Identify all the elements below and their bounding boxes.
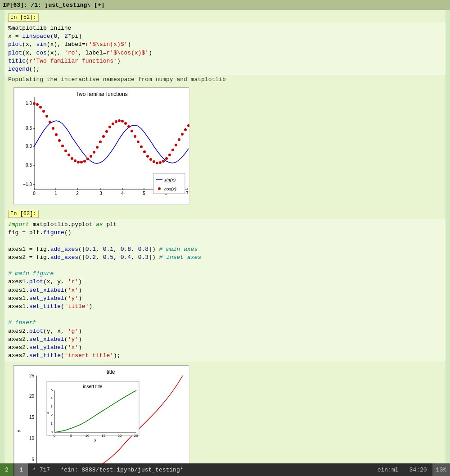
svg-text:20: 20 <box>29 394 35 399</box>
svg-text:x: x <box>45 412 50 414</box>
svg-rect-103 <box>47 381 139 435</box>
svg-point-57 <box>118 119 121 122</box>
svg-point-54 <box>108 126 111 128</box>
svg-point-55 <box>112 122 114 125</box>
svg-point-66 <box>146 155 149 158</box>
svg-text:2: 2 <box>51 413 53 417</box>
svg-point-44 <box>77 161 80 163</box>
svg-point-35 <box>49 121 51 123</box>
svg-text:insert title: insert title <box>83 384 103 389</box>
svg-point-38 <box>58 139 61 142</box>
svg-point-65 <box>143 150 146 153</box>
svg-point-73 <box>168 154 171 156</box>
svg-text:−0.5: −0.5 <box>23 163 32 168</box>
status-position: 34:20 <box>404 467 432 473</box>
svg-text:0: 0 <box>51 430 53 434</box>
status-bar: 2 1 * 717 *ein: 8888/test.ipynb/just_tes… <box>0 463 450 476</box>
svg-point-43 <box>74 159 76 162</box>
svg-point-32 <box>39 106 42 109</box>
cell-1-output: Populating the interactive namespace fro… <box>4 75 446 84</box>
title-text: IP[63]: /1: just_testing\ [+] <box>3 2 104 9</box>
svg-point-83 <box>158 187 161 190</box>
svg-point-49 <box>93 151 95 154</box>
status-cell-num: 717 <box>40 467 50 473</box>
svg-point-63 <box>137 141 140 143</box>
svg-text:0: 0 <box>54 434 56 438</box>
svg-text:cos(x): cos(x) <box>164 186 176 192</box>
chart-2-container: title 0 5 10 15 20 25 y 0 1 2 3 4 5 <box>14 365 189 476</box>
svg-point-68 <box>153 160 155 163</box>
svg-point-58 <box>121 120 124 122</box>
svg-text:1: 1 <box>54 191 57 196</box>
svg-text:15: 15 <box>102 434 106 438</box>
status-mode-1: 2 <box>0 463 14 476</box>
svg-text:5: 5 <box>51 388 53 392</box>
svg-point-74 <box>171 149 174 151</box>
svg-text:3: 3 <box>99 191 102 196</box>
cell-1-code[interactable]: %matplotlib inline x = linspace(0, 2*pi)… <box>4 23 446 75</box>
svg-point-47 <box>86 158 89 160</box>
svg-point-41 <box>68 154 70 156</box>
svg-text:5: 5 <box>70 434 72 438</box>
svg-text:Two familiar functions: Two familiar functions <box>76 91 127 97</box>
svg-point-48 <box>90 155 92 158</box>
svg-text:15: 15 <box>29 415 35 420</box>
cell-2: In [63]: import matplotlib.pyplot as plt… <box>4 206 446 363</box>
svg-point-76 <box>178 138 180 141</box>
status-mode-2: 1 <box>14 463 28 476</box>
svg-point-52 <box>102 135 105 138</box>
svg-text:20: 20 <box>118 434 122 438</box>
svg-point-67 <box>149 158 152 161</box>
svg-point-59 <box>124 122 127 125</box>
svg-point-42 <box>71 157 73 160</box>
svg-text:0.0: 0.0 <box>26 144 32 149</box>
notebook: In [52]: %matplotlib inline x = linspace… <box>4 10 446 476</box>
status-percent: 13% <box>432 463 450 476</box>
svg-point-51 <box>99 141 102 143</box>
status-kernel: ein:ml <box>372 467 404 473</box>
svg-point-30 <box>33 102 36 105</box>
status-file: * 717 *ein: 8888/test.ipynb/just_testing… <box>28 467 372 473</box>
svg-text:4: 4 <box>51 396 53 400</box>
svg-point-78 <box>184 128 187 131</box>
svg-point-40 <box>64 150 67 152</box>
svg-text:10: 10 <box>86 434 90 438</box>
svg-point-45 <box>80 161 83 163</box>
svg-text:2: 2 <box>76 191 79 196</box>
svg-point-36 <box>52 127 54 130</box>
svg-point-46 <box>83 160 86 163</box>
svg-point-61 <box>130 130 133 132</box>
chart-1-container: Two familiar functions 1.0 0.5 0.0 −0.5 … <box>14 87 189 204</box>
svg-point-70 <box>159 161 162 164</box>
svg-text:5: 5 <box>32 457 34 462</box>
cell-1: In [52]: %matplotlib inline x = linspace… <box>4 10 446 86</box>
status-filename: *ein: 8888/test.ipynb/just_testing* <box>60 467 183 473</box>
svg-text:y: y <box>16 430 21 432</box>
svg-text:3: 3 <box>51 404 53 408</box>
svg-text:5: 5 <box>143 191 145 196</box>
svg-point-60 <box>127 125 130 128</box>
svg-text:1.0: 1.0 <box>26 101 32 106</box>
svg-point-56 <box>115 120 117 123</box>
svg-text:25: 25 <box>29 373 35 378</box>
cell-1-label[interactable]: In [52]: <box>8 14 39 22</box>
svg-point-37 <box>55 133 58 136</box>
chart-2-svg: title 0 5 10 15 20 25 y 0 1 2 3 4 5 <box>14 366 189 476</box>
svg-point-72 <box>165 157 168 160</box>
svg-point-33 <box>42 110 45 113</box>
svg-text:y: y <box>94 437 97 442</box>
svg-text:25: 25 <box>134 434 138 438</box>
svg-point-39 <box>61 145 64 147</box>
svg-point-75 <box>175 144 177 146</box>
svg-text:10: 10 <box>29 436 35 441</box>
svg-text:0.5: 0.5 <box>26 126 32 131</box>
svg-point-34 <box>45 115 48 118</box>
svg-text:title: title <box>107 369 115 375</box>
svg-point-71 <box>162 160 165 163</box>
svg-point-69 <box>156 162 158 164</box>
svg-point-53 <box>105 130 108 133</box>
cell-2-code[interactable]: import matplotlib.pyplot as plt fig = pl… <box>4 219 446 362</box>
svg-point-62 <box>134 135 136 138</box>
cell-2-label[interactable]: In [63]: <box>8 210 39 218</box>
status-indicator: * <box>32 467 36 473</box>
